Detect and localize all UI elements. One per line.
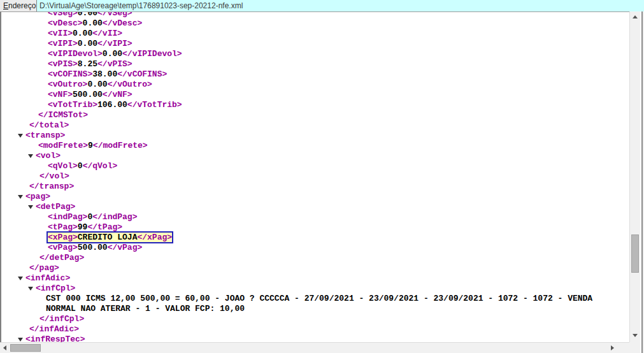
collapse-arrow-icon[interactable] <box>18 338 23 342</box>
xml-tag: <vNF> <box>48 90 73 99</box>
xml-line: </infCpl> <box>1 314 629 324</box>
xml-line: <infCpl> <box>1 284 629 294</box>
address-label-rest: ndereço <box>8 1 36 10</box>
xml-line: <vPag>500.00</vPag> <box>1 243 629 253</box>
xml-value: 38.00 <box>92 69 117 79</box>
xml-value: 0.00 <box>78 11 97 18</box>
window-right-edge <box>640 11 644 353</box>
xml-text: CST 000 ICMS 12,00 500,00 = 60,00 - JOAO… <box>46 294 592 303</box>
xml-tag: </vPag> <box>108 243 143 252</box>
xml-tag: </infCpl> <box>39 314 84 324</box>
xml-tag: </vNF> <box>103 90 132 99</box>
xml-tag: </vIPIDevol> <box>122 49 182 59</box>
xml-text: NORMAL NAO ATERAR - 1 - VALOR FCP: 10,00 <box>46 304 245 313</box>
xml-line: <vTotTrib>106.00</vTotTrib> <box>1 100 629 110</box>
address-label-accel: E <box>3 1 8 10</box>
xml-tag: <vIPI> <box>48 39 78 48</box>
horizontal-scroll-thumb[interactable] <box>10 344 41 352</box>
vertical-scrollbar[interactable] <box>629 11 640 342</box>
xml-line: NORMAL NAO ATERAR - 1 - VALOR FCP: 10,00 <box>1 304 629 314</box>
xml-line: <vDesc>0.00</vDesc> <box>1 18 629 29</box>
xml-tag: <vIPIDevol> <box>48 49 103 59</box>
collapse-arrow-icon[interactable] <box>28 205 33 209</box>
xml-tag: </vTotTrib> <box>127 100 182 110</box>
xml-tag: <infCpl> <box>36 284 75 293</box>
xml-tag: </transp> <box>29 182 74 191</box>
scrollbar-corner <box>629 342 640 353</box>
xml-tag: </vCOFINS> <box>117 69 167 79</box>
xml-line: <modFrete>9</modFrete> <box>1 141 629 151</box>
collapse-arrow-icon[interactable] <box>18 134 23 138</box>
xml-line: <detPag> <box>1 202 629 212</box>
xml-line: <pag> <box>1 192 629 202</box>
xml-value: 8.25 <box>78 59 97 69</box>
xml-tag: </tPag> <box>87 222 122 232</box>
xml-line: <tPag>99</tPag> <box>1 222 629 233</box>
xml-tag: <vCOFINS> <box>48 69 92 79</box>
xml-line: <infAdic> <box>1 273 629 284</box>
scroll-right-icon[interactable] <box>611 345 614 350</box>
xml-tag: <qVol> <box>48 161 78 171</box>
xml-line: </transp> <box>1 182 629 192</box>
scroll-left-icon[interactable] <box>3 345 6 350</box>
xml-line: <infRespTec> <box>1 335 629 342</box>
xml-value: 0.00 <box>73 29 92 38</box>
collapse-arrow-icon[interactable] <box>18 195 23 199</box>
xml-tag: <vPag> <box>48 243 78 252</box>
xml-tag: </total> <box>29 120 69 130</box>
horizontal-scrollbar[interactable] <box>0 342 629 353</box>
xml-tag: </vDesc> <box>103 18 142 28</box>
xml-value: CREDITO LOJA <box>78 233 138 242</box>
xml-line: <vSeg>0.00</vSeg> <box>1 11 629 18</box>
xml-tag: <pag> <box>25 192 50 201</box>
xml-line: <vol> <box>1 151 629 161</box>
xml-tag: <vTotTrib> <box>48 100 97 110</box>
scroll-up-icon[interactable] <box>633 15 638 18</box>
xml-line: <indPag>0</indPag> <box>1 212 629 222</box>
xml-line: CST 000 ICMS 12,00 500,00 = 60,00 - JOAO… <box>1 294 629 304</box>
xml-tag: </indPag> <box>92 212 137 222</box>
xml-tag: </vSeg> <box>97 11 132 18</box>
vertical-scroll-thumb[interactable] <box>631 234 639 273</box>
address-bar: Endereço D:\VirtualAge\Storeage\temp\176… <box>0 0 644 11</box>
xml-tag: </detPag> <box>39 253 84 263</box>
xml-content[interactable]: <vSeg>0.00</vSeg><vDesc>0.00</vDesc><vII… <box>0 11 629 342</box>
xml-tag: <vPIS> <box>48 59 78 69</box>
xml-tag: </qVol> <box>83 161 118 171</box>
xml-value: 0 <box>78 161 83 171</box>
address-input[interactable]: D:\VirtualAge\Storeage\temp\176891023-se… <box>36 0 644 11</box>
xml-value: 0.00 <box>103 49 122 59</box>
xml-value: 0.00 <box>83 18 103 28</box>
xml-tag: <vII> <box>48 29 73 38</box>
xml-tag: </modFrete> <box>93 141 148 150</box>
xml-tag: <indPag> <box>48 212 87 222</box>
xml-tag: </pag> <box>29 263 59 273</box>
xml-value: 99 <box>78 222 88 232</box>
xml-tag: <infRespTec> <box>25 335 85 342</box>
scroll-down-icon[interactable] <box>633 334 638 337</box>
xml-lines: <vSeg>0.00</vSeg><vDesc>0.00</vDesc><vII… <box>1 11 629 342</box>
xml-value: 500.00 <box>78 243 108 252</box>
xml-line: <vPIS>8.25</vPIS> <box>1 59 629 69</box>
xml-line: </vol> <box>1 171 629 182</box>
xml-tag: <transp> <box>25 131 65 140</box>
xml-value: 9 <box>88 141 93 150</box>
xml-tag: </vIPI> <box>97 39 132 48</box>
xml-tag: </ICMSTot> <box>38 110 88 120</box>
xml-value: 106.00 <box>97 100 127 110</box>
collapse-arrow-icon[interactable] <box>28 154 33 158</box>
main-row: <vSeg>0.00</vSeg><vDesc>0.00</vDesc><vII… <box>0 11 644 342</box>
xml-tag: </vOutro> <box>108 80 152 89</box>
xml-line: <transp> <box>1 131 629 141</box>
collapse-arrow-icon[interactable] <box>28 287 33 291</box>
xml-tag: <tPag> <box>48 222 78 232</box>
xml-tag: <vDesc> <box>48 18 83 28</box>
xml-line: <vII>0.00</vII> <box>1 29 629 39</box>
xml-tag: <modFrete> <box>38 141 88 150</box>
xml-line: <vOutro>0.00</vOutro> <box>1 80 629 90</box>
xml-line: </detPag> <box>1 253 629 263</box>
xml-line: </infAdic> <box>1 324 629 335</box>
xml-line: </pag> <box>1 263 629 273</box>
collapse-arrow-icon[interactable] <box>18 277 23 280</box>
xml-value: 500.00 <box>73 90 103 99</box>
